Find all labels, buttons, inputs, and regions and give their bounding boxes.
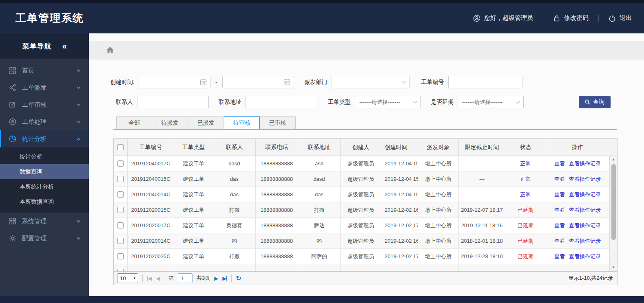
chevron-down-icon [77,102,81,106]
address-cell: 萨达 [298,218,341,233]
submenu-item-data-query[interactable]: 数据查询 [0,164,89,179]
change-password-button[interactable]: 修改密码 [553,14,589,22]
tab-reviewed[interactable]: 已审核 [260,116,296,129]
sidebar-item-statistics[interactable]: 统计分析 [0,130,89,147]
view-link[interactable]: 查看 [554,222,565,229]
select-all-cell [114,139,128,156]
order-type-select[interactable]: -------请选择------- [355,96,421,108]
phone-cell: 18888888888 [256,202,298,217]
row-checkbox-cell [114,187,128,202]
header-divider [543,15,543,22]
row-checkbox[interactable] [117,238,124,244]
sidebar-item-review[interactable]: 工单审核 [0,96,89,113]
last-page-icon[interactable]: ▶ [222,275,227,281]
previous-page-icon[interactable]: ◀ [156,275,160,281]
creator-cell [341,264,381,271]
vertical-scrollbar[interactable]: ▲ ▼ [609,156,617,271]
sidebar-item-dispatch[interactable]: 工单派发 [0,79,89,96]
row-checkbox[interactable] [117,207,124,213]
page-size-select[interactable]: 10 ▾ [117,273,138,283]
view-link[interactable]: 查看 [554,237,565,245]
view-log-link[interactable]: 查看操作记录 [569,222,601,229]
submenu-item-local-statistics[interactable]: 本所统计分析 [0,179,89,194]
tab-dispatched[interactable]: 已派发 [188,116,224,129]
view-link[interactable]: 查看 [554,206,565,214]
tab-pending-review[interactable]: 待审核 [224,116,260,130]
chevron-down-icon [77,85,81,89]
view-log-link[interactable]: 查看操作记录 [569,176,601,183]
table-row: 201912040015C建议工单das18888888888dasd超级管理员… [114,171,617,187]
select-all-checkbox[interactable] [117,144,124,150]
order-no-label: 工单编号 [421,79,444,86]
contact-input[interactable] [137,96,209,108]
view-log-link[interactable]: 查看操作记录 [569,253,601,260]
pagination-bar: 10 ▾ ◀ ◀ 第 共3页 ▶ ▶ ↻ [113,272,617,285]
search-button[interactable]: 查询 [579,96,611,108]
row-checkbox[interactable] [117,253,124,259]
sidebar-item-config[interactable]: 配置管理 [0,230,89,247]
page-prefix: 第 [168,274,174,282]
order-no-cell: 201912020014C [128,233,174,248]
contact-label: 联系人 [116,99,133,106]
view-link[interactable]: 查看 [554,253,565,260]
column-header: 状态 [505,139,546,156]
sidebar-item-process[interactable]: 工单处理 [0,113,89,130]
tab-all[interactable]: 全部 [116,116,152,129]
tab-pending-dispatch[interactable]: 待派发 [152,116,188,129]
row-checkbox[interactable] [117,269,124,271]
view-link[interactable]: 查看 [554,191,565,198]
order-type-cell: 建议工单 [174,202,213,217]
create-time-start-input[interactable] [139,76,210,88]
scrollbar-thumb[interactable] [611,164,616,240]
dispatch-dept-select[interactable] [332,76,410,88]
view-log-link[interactable]: 查看操作记录 [569,237,601,245]
calendar-icon[interactable] [283,79,290,86]
view-log-link[interactable]: 查看操作记录 [569,160,601,167]
chevron-down-icon [77,119,81,123]
row-checkbox[interactable] [117,160,124,167]
row-checkbox[interactable] [117,191,124,198]
column-header: 操作 [546,139,609,156]
scroll-up-icon[interactable]: ▲ [612,156,615,163]
phone-cell: 18888888888 [256,218,298,233]
address-input[interactable] [246,96,317,108]
created-time-cell: 2019-12-04 15 [381,187,418,202]
submenu-item-statistics[interactable]: 统计分析 [0,149,89,164]
dispatch-target-cell: 墩上中心所 [418,249,459,264]
calendar-icon[interactable] [200,79,207,86]
row-checkbox[interactable] [117,176,124,182]
row-checkbox[interactable] [117,222,124,228]
create-time-end-input[interactable] [222,76,294,88]
user-greeting[interactable]: 您好，超级管理员 [473,14,533,22]
scroll-down-icon[interactable]: ▼ [612,264,615,271]
address-label: 联系地址 [219,99,241,106]
order-type-cell: 建议工单 [174,156,213,171]
submenu-item-local-data-query[interactable]: 本所数据查询 [0,194,89,209]
order-no-input[interactable] [448,76,522,88]
home-icon[interactable] [106,46,114,54]
actions-cell: 查看查看操作记录 [546,187,609,202]
refresh-icon[interactable]: ↻ [236,274,241,282]
contact-cell: 奥德赛 [213,218,256,233]
sidebar-item-label: 工单派发 [22,84,77,92]
table-header: 工单编号 工单类型 联系人 联系电话 联系地址 创建人 创建时间 派发对象 限定… [114,139,617,156]
status-badge: 已延期 [505,202,546,217]
first-page-icon[interactable]: ◀ [147,275,152,281]
view-link[interactable]: 查看 [554,160,565,167]
deadline-cell: 2019-12-07 18:17 [459,202,505,217]
sidebar-item-home[interactable]: 首页 [0,62,89,79]
logout-button[interactable]: 退出 [609,14,632,22]
view-link[interactable]: 查看 [554,176,565,183]
delay-select[interactable]: -------请选择------- [458,96,524,108]
record-count-summary: 显示1-10,共24记录 [569,274,613,282]
next-page-icon[interactable]: ▶ [214,275,218,281]
view-log-link[interactable]: 查看操作记录 [569,206,601,214]
sidebar-item-system[interactable]: 系统管理 [0,213,89,230]
created-time-cell [381,264,418,271]
greeting-text: 您好，超级管理员 [484,14,533,22]
phone-cell: 18888888888 [256,249,298,264]
page-number-input[interactable] [178,273,193,283]
collapse-sidebar-icon[interactable]: « [62,42,66,50]
view-log-link[interactable]: 查看操作记录 [569,191,601,198]
top-header: 工单管理系统 您好，超级管理员 修改密码 [0,0,644,33]
